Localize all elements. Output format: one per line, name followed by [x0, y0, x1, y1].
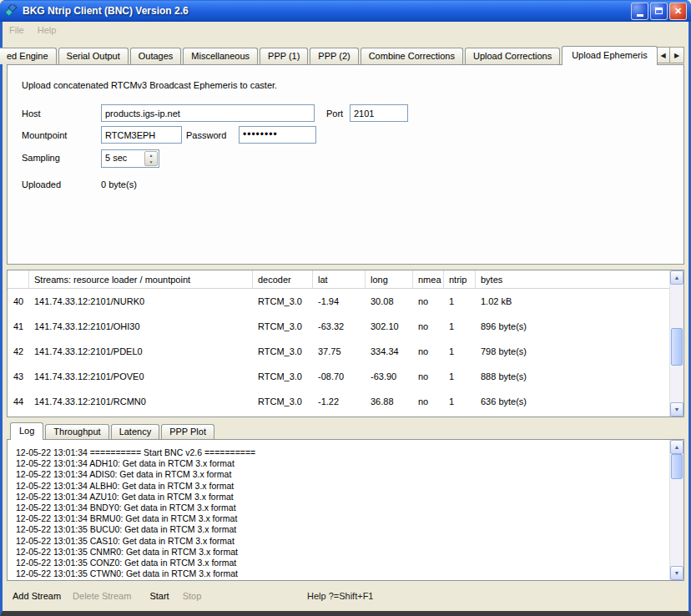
header-long: long — [366, 270, 413, 288]
log-scrollbar: ▲ ▼ — [669, 440, 683, 580]
log-line: 12-05-22 13:01:35 CONZ0: Get data in RTC… — [16, 558, 669, 568]
log-line: 12-05-22 13:01:34 AZU10: Get data in RTC… — [16, 492, 669, 502]
table-row[interactable]: 44 141.74.33.12:2101/RCMN0 RTCM_3.0 -1.2… — [8, 389, 669, 414]
sampling-stepper[interactable]: 5 sec ▲ ▼ — [101, 149, 159, 168]
mountpoint-input[interactable] — [101, 126, 182, 144]
close-icon: ✕ — [674, 7, 682, 16]
port-input[interactable] — [350, 104, 408, 122]
log-line: 12-05-22 13:01:35 CAS10: Get data in RTC… — [16, 536, 669, 547]
streams-table-header: Streams: resource loader / mountpoint de… — [8, 270, 669, 289]
minimize-button[interactable] — [631, 3, 648, 20]
table-row[interactable]: 40 141.74.33.12:2101/NURK0 RTCM_3.0 -1.9… — [8, 289, 669, 314]
table-row[interactable]: 42 141.74.33.12:2101/PDEL0 RTCM_3.0 37.7… — [8, 339, 669, 364]
row-number: 44 — [8, 396, 29, 406]
bottom-tab-bar: Log Throughput Latency PPP Plot — [7, 422, 684, 439]
window-frame: File Help ed Engine Serial Output Outage… — [0, 22, 691, 616]
host-input[interactable] — [101, 104, 315, 122]
tab-latency[interactable]: Latency — [111, 424, 160, 439]
titlebar[interactable]: BKG Ntrip Client (BNC) Version 2.6 ✕ — [0, 0, 691, 22]
tab-bar: ed Engine Serial Output Outages Miscella… — [7, 43, 684, 64]
header-ntrip: ntrip — [444, 270, 476, 288]
cell-long: 302.10 — [366, 321, 413, 331]
tab-outages[interactable]: Outages — [130, 48, 182, 64]
menu-file[interactable]: File — [9, 25, 24, 35]
cell-bytes: 636 byte(s) — [476, 396, 669, 406]
scroll-thumb[interactable] — [671, 454, 683, 479]
tab-upload-ephemeris[interactable]: Upload Ephemeris — [562, 46, 658, 65]
scroll-up-icon[interactable]: ▲ — [670, 440, 683, 454]
cell-nmea: no — [413, 396, 444, 406]
log-line: 12-05-22 13:01:35 CTWN0: Get data in RTC… — [16, 568, 669, 579]
log-line: 12-05-22 13:01:35 CNMR0: Get data in RTC… — [16, 547, 669, 558]
scroll-down-icon[interactable]: ▼ — [670, 402, 683, 417]
table-row[interactable]: 41 141.74.33.12:2101/OHI30 RTCM_3.0 -63.… — [8, 314, 669, 339]
uploaded-label: Uploaded — [22, 179, 61, 189]
minimize-icon — [637, 14, 643, 17]
window-title: BKG Ntrip Client (BNC) Version 2.6 — [23, 5, 625, 17]
tab-miscellaneous[interactable]: Miscellaneous — [183, 48, 258, 64]
cell-lat: -1.94 — [313, 296, 366, 306]
log-lines: 12-05-22 13:01:34 ========== Start BNC v… — [8, 440, 669, 580]
log-line: 12-05-22 13:01:34 ADH10: Get data in RTC… — [16, 458, 669, 469]
add-stream-button[interactable]: Add Stream — [13, 591, 61, 601]
table-row[interactable]: 43 141.74.33.12:2101/POVE0 RTCM_3.0 -08.… — [8, 364, 669, 389]
tab-feed-engine[interactable]: ed Engine — [0, 48, 57, 64]
scroll-up-icon[interactable]: ▲ — [670, 270, 683, 285]
cell-nmea: no — [413, 321, 444, 331]
close-button[interactable]: ✕ — [669, 3, 687, 20]
start-button[interactable]: Start — [149, 591, 169, 601]
cell-bytes: 896 byte(s) — [476, 321, 669, 331]
menu-help[interactable]: Help — [38, 25, 57, 35]
tab-combine-corrections[interactable]: Combine Corrections — [361, 48, 463, 64]
stop-button[interactable]: Stop — [183, 591, 202, 601]
tab-ppp-2[interactable]: PPP (2) — [310, 48, 358, 64]
password-label: Password — [186, 130, 226, 140]
panel-description: Upload concatenated RTCMv3 Broadcast Eph… — [22, 80, 277, 90]
tab-ppp-1[interactable]: PPP (1) — [260, 48, 308, 64]
cell-lat: -1.22 — [313, 396, 366, 406]
log-scroll-track[interactable] — [670, 454, 683, 566]
tab-scroll-right-icon[interactable]: ▶ — [670, 47, 684, 63]
help-shortcut-label: Help ?=Shift+F1 — [307, 591, 374, 601]
cell-bytes: 798 byte(s) — [476, 346, 669, 356]
maximize-icon — [655, 8, 663, 14]
password-input[interactable] — [239, 126, 316, 144]
sampling-label: Sampling — [22, 153, 60, 163]
cell-stream: 141.74.33.12:2101/POVE0 — [29, 371, 253, 381]
cell-stream: 141.74.33.12:2101/NURK0 — [29, 296, 253, 306]
scroll-thumb[interactable] — [671, 328, 683, 366]
menubar: File Help — [3, 22, 688, 38]
spin-down-icon[interactable]: ▼ — [145, 159, 157, 165]
header-bytes: bytes — [476, 270, 669, 288]
cell-decoder: RTCM_3.0 — [253, 371, 313, 381]
tab-upload-corrections[interactable]: Upload Corrections — [465, 48, 560, 64]
header-lat: lat — [313, 270, 366, 288]
spin-up-icon[interactable]: ▲ — [145, 152, 157, 159]
streams-rows: 40 141.74.33.12:2101/NURK0 RTCM_3.0 -1.9… — [8, 289, 669, 414]
streams-table: Streams: resource loader / mountpoint de… — [7, 270, 684, 417]
streams-scroll-track[interactable] — [670, 285, 683, 402]
tab-log[interactable]: Log — [10, 422, 43, 440]
sampling-spin-buttons: ▲ ▼ — [144, 151, 158, 166]
status-bar: Add Stream Delete Stream Start Stop Help… — [3, 581, 688, 611]
tab-scrollers: ◀ ▶ — [656, 47, 684, 63]
cell-decoder: RTCM_3.0 — [253, 296, 313, 306]
cell-lat: -63.32 — [313, 321, 366, 331]
delete-stream-button[interactable]: Delete Stream — [73, 591, 131, 601]
header-decoder: decoder — [253, 270, 313, 288]
tab-throughput[interactable]: Throughput — [45, 424, 108, 439]
host-label: Host — [22, 109, 41, 119]
row-number: 43 — [8, 371, 29, 381]
tab-serial-output[interactable]: Serial Output — [58, 48, 129, 64]
scroll-down-icon[interactable]: ▼ — [670, 566, 683, 580]
corner-header — [8, 270, 29, 288]
tab-scroll-left-icon[interactable]: ◀ — [656, 47, 670, 63]
app-icon — [5, 4, 18, 18]
cell-ntrip: 1 — [444, 296, 476, 306]
cell-nmea: no — [413, 296, 444, 306]
maximize-button[interactable] — [650, 3, 668, 20]
mountpoint-label: Mountpoint — [22, 130, 67, 140]
tab-ppp-plot[interactable]: PPP Plot — [161, 424, 214, 439]
log-line: 12-05-22 13:01:34 ALBH0: Get data in RTC… — [16, 481, 669, 492]
cell-long: 36.88 — [366, 396, 413, 406]
